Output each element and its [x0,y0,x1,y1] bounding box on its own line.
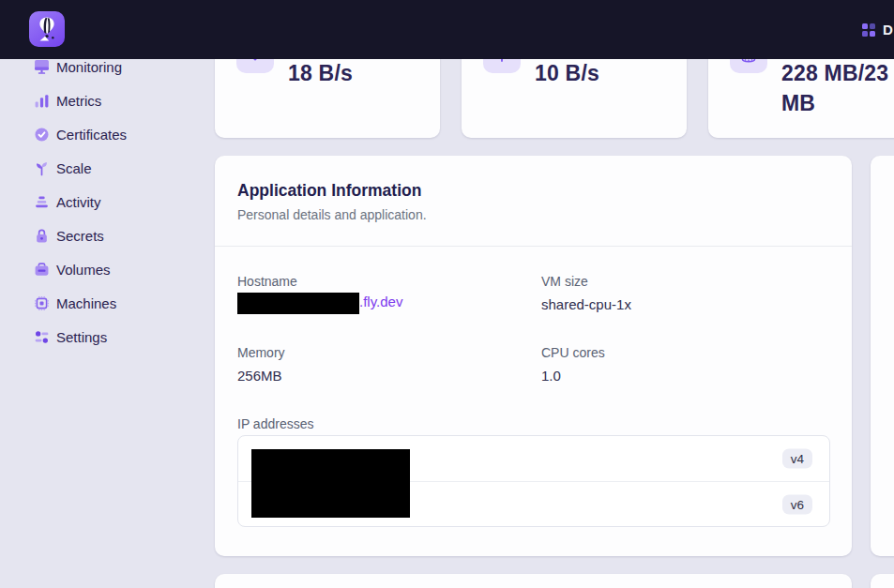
next-secondary-card-partial [871,574,894,588]
drive-icon [34,262,50,278]
fly-balloon-logo[interactable] [29,11,65,47]
ip-addresses-label: IP addresses [237,416,313,431]
topbar-right-group: D [862,0,894,59]
sidebar-item-label: Secrets [56,228,104,244]
card-title: Application Information [237,181,421,201]
sidebar-item-metrics[interactable]: Metrics [0,83,214,117]
sidebar-item-certificates[interactable]: Certificates [0,117,214,151]
stat-value: 228 MB/23 MB [781,58,888,118]
sidebar: Monitoring Metrics Certificates Scale Ac… [0,50,214,354]
top-navigation-bar: D [0,0,894,59]
bar-chart-icon [34,93,50,109]
sidebar-item-activity[interactable]: Activity [0,185,214,219]
secondary-column-card-partial [871,156,894,556]
chip-icon [34,295,50,311]
sidebar-item-label: Scale [56,160,92,176]
ip-version-badge: v6 [782,495,812,515]
sidebar-item-secrets[interactable]: Secrets [0,219,214,252]
ip-version-badge: v4 [782,449,812,469]
sidebar-item-label: Activity [56,194,101,210]
sidebar-item-settings[interactable]: Settings [0,320,214,354]
ip-addresses-list: v4 v6 [237,435,830,527]
card-subtitle: Personal details and application. [237,207,427,222]
memory-value: 256MB [237,368,282,384]
stat-value: 18 B/s [288,58,353,88]
hostname-domain-link[interactable]: .fly.dev [359,294,402,309]
apps-grid-icon[interactable] [862,23,875,37]
badge-check-icon [34,127,50,143]
sidebar-item-label: Volumes [56,262,111,278]
cpu-cores-label: CPU cores [541,345,605,360]
divider [215,246,852,247]
memory-label: Memory [237,345,285,360]
sidebar-item-label: Settings [56,329,107,345]
vm-size-value: shared-cpu-1x [541,296,631,312]
vm-size-label: VM size [541,274,588,289]
next-section-card-partial [215,574,852,588]
cpu-cores-value: 1.0 [541,368,561,384]
sidebar-item-scale[interactable]: Scale [0,151,214,185]
seedling-icon [34,160,50,176]
hostname-label: Hostname [237,274,297,289]
stat-value: 10 B/s [535,58,599,88]
sidebar-item-label: Metrics [56,93,101,109]
sidebar-item-volumes[interactable]: Volumes [0,252,214,286]
sidebar-item-label: Machines [56,295,116,311]
hostname-value: .fly.dev [237,293,402,314]
dashboard-link-partial[interactable]: D [883,22,894,38]
toggles-icon [34,329,50,345]
application-information-card: Application Information Personal details… [215,156,852,556]
monitor-icon [34,59,50,75]
sidebar-item-label: Certificates [56,127,127,143]
sidebar-item-label: Monitoring [56,59,122,75]
redacted-ip-addresses [251,449,410,518]
lock-icon [34,228,50,244]
sidebar-item-machines[interactable]: Machines [0,286,214,320]
redacted-hostname [237,293,359,314]
activity-stack-icon [34,194,50,210]
